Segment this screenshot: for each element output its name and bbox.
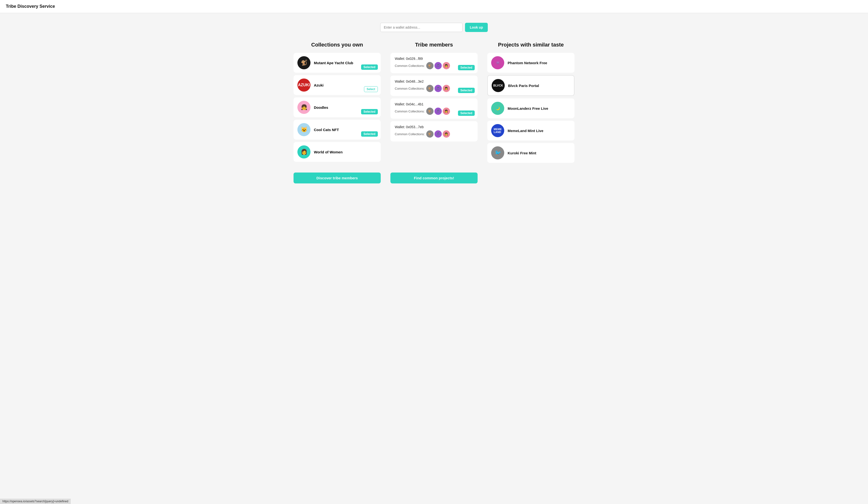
collection-avatar-mayc: 🐒 — [297, 56, 310, 69]
tribe-sm-avatar: 👧 — [443, 62, 450, 69]
collection-avatar-doodles: 👧 — [297, 101, 310, 114]
tribe-title: Tribe members — [390, 42, 478, 48]
tribe-common-4: Common Collections: 🐒 🎵 👧 — [395, 130, 473, 138]
selected-badge-doodles: Selected — [361, 109, 378, 114]
tribe-wallet-2: Wallet: 0x048...3e2 — [395, 80, 473, 83]
collection-avatar-coolcats: 😺 — [297, 123, 310, 136]
tribe-selected-badge-3: Selected — [458, 111, 475, 116]
collection-item-doodles[interactable]: 👧 Doodles Selected — [293, 98, 381, 117]
project-card-meme[interactable]: MEMELAND MemeLand Mint Live — [487, 121, 575, 141]
empty-col — [487, 172, 575, 183]
project-card-phantom[interactable]: 👾 Phantom Network Free — [487, 53, 575, 73]
selected-badge-coolcats: Selected — [361, 131, 378, 137]
tribe-card-2[interactable]: Wallet: 0x048...3e2 Common Collections: … — [390, 75, 478, 96]
project-name-blvck: Blvck Paris Portal — [508, 83, 539, 88]
tribe-sm-avatar: 👧 — [443, 108, 450, 115]
projects-column: Projects with similar taste 👾 Phantom Ne… — [487, 42, 575, 165]
find-btn-container: Find common projects! — [390, 172, 478, 183]
project-avatar-moon: 🌙 — [491, 102, 504, 115]
project-card-blvck[interactable]: BLVCK Blvck Paris Portal — [487, 75, 575, 96]
project-card-moon[interactable]: 🌙 MoonLanderz Free Live — [487, 98, 575, 118]
collections-column: Collections you own 🐒 Mutant Ape Yacht C… — [293, 42, 381, 164]
project-avatar-blvck: BLVCK — [492, 79, 505, 92]
tribe-avatars-4: 🐒 🎵 👧 — [426, 130, 450, 138]
tribe-sm-avatar: 👧 — [443, 130, 450, 138]
lookup-button[interactable]: Look up — [465, 23, 488, 32]
tribe-card-4[interactable]: Wallet: 0x053...7eb Common Collections: … — [390, 121, 478, 141]
collection-name-mayc: Mutant Ape Yacht Club — [314, 61, 377, 65]
tribe-card-3[interactable]: Wallet: 0x04c...4b1 Common Collections: … — [390, 98, 478, 119]
status-bar: https://opensea.io/assets?search[query]=… — [0, 499, 71, 504]
project-name-moon: MoonLanderz Free Live — [508, 107, 548, 111]
collection-name-doodles: Doodles — [314, 105, 377, 110]
collection-avatar-azuki: AZUKI — [297, 79, 310, 92]
search-row: Look up — [293, 23, 575, 32]
selected-badge-mayc: Selected — [361, 64, 378, 70]
tribe-avatars-2: 🐒 🎵 👧 — [426, 85, 450, 92]
collection-item-wow[interactable]: 👩 World of Women — [293, 142, 381, 162]
tribe-selected-badge-2: Selected — [458, 88, 475, 93]
page-title: Tribe Discovery Service — [6, 4, 862, 9]
wallet-search-input[interactable] — [380, 23, 463, 32]
tribe-sm-avatar: 🐒 — [426, 130, 434, 138]
collection-name-wow: World of Women — [314, 150, 377, 154]
tribe-sm-avatar: 🎵 — [434, 62, 442, 69]
tribe-sm-avatar: 🐒 — [426, 85, 434, 92]
collection-item-mayc[interactable]: 🐒 Mutant Ape Yacht Club Selected — [293, 53, 381, 73]
project-avatar-phantom: 👾 — [491, 56, 504, 69]
collection-item-coolcats[interactable]: 😺 Cool Cats NFT Selected — [293, 120, 381, 140]
tribe-wallet-4: Wallet: 0x053...7eb — [395, 125, 473, 129]
collection-name-coolcats: Cool Cats NFT — [314, 128, 377, 132]
collections-title: Collections you own — [293, 42, 381, 48]
project-avatar-meme: MEMELAND — [491, 124, 504, 137]
discover-tribe-button[interactable]: Discover tribe members — [293, 172, 381, 183]
project-avatar-kuroki: 🐦 — [491, 147, 504, 159]
project-name-meme: MemeLand Mint Live — [508, 129, 544, 133]
tribe-avatars-3: 🐒 🎵 👧 — [426, 108, 450, 115]
discover-btn-container: Discover tribe members — [293, 172, 381, 183]
select-badge-azuki[interactable]: Select — [364, 86, 378, 92]
collection-item-azuki[interactable]: AZUKI Azuki Select — [293, 75, 381, 95]
bottom-buttons: Discover tribe members Find common proje… — [293, 172, 575, 183]
project-name-kuroki: Kuroki Free Mint — [508, 151, 536, 155]
project-card-kuroki[interactable]: 🐦 Kuroki Free Mint — [487, 143, 575, 163]
tribe-card-1[interactable]: Wallet: 0x029...f89 Common Collections: … — [390, 53, 478, 73]
tribe-wallet-1: Wallet: 0x029...f89 — [395, 57, 473, 61]
project-name-phantom: Phantom Network Free — [508, 61, 547, 65]
tribe-avatars-1: 🐒 🎵 👧 — [426, 62, 450, 69]
tribe-wallet-3: Wallet: 0x04c...4b1 — [395, 102, 473, 106]
projects-title: Projects with similar taste — [487, 42, 575, 48]
tribe-sm-avatar: 🎵 — [434, 108, 442, 115]
tribe-column: Tribe members Wallet: 0x029...f89 Common… — [390, 42, 478, 144]
tribe-sm-avatar: 🎵 — [434, 85, 442, 92]
tribe-sm-avatar: 👧 — [443, 85, 450, 92]
tribe-sm-avatar: 🐒 — [426, 108, 434, 115]
tribe-sm-avatar: 🎵 — [434, 130, 442, 138]
tribe-sm-avatar: 🐒 — [426, 62, 434, 69]
find-projects-button[interactable]: Find common projects! — [390, 172, 478, 183]
tribe-selected-badge-1: Selected — [458, 65, 475, 70]
collection-avatar-wow: 👩 — [297, 145, 310, 159]
